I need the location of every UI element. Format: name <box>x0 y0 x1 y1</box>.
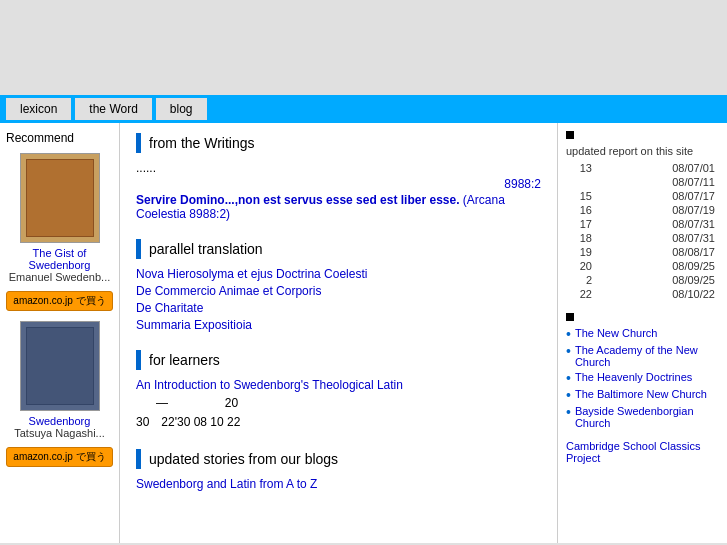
book-author-2: Tatsuya Nagashi... <box>6 427 113 439</box>
sidebar: Recommend The Gist of Swedenborg Emanuel… <box>0 123 120 543</box>
stories-title: updated stories from our blogs <box>149 451 338 467</box>
book-cover-1 <box>20 153 100 243</box>
learners-row2: 30 22'30 08 10 22 <box>136 414 541 431</box>
links-link[interactable]: Bayside Swedenborgian Church <box>575 405 719 429</box>
book-author-1: Emanuel Swedenb... <box>6 271 113 283</box>
update-row: 1608/07/19 <box>566 203 719 217</box>
update-title: updated report on this site <box>566 145 719 157</box>
bullet-link-item: •The Academy of the New Church <box>566 344 719 368</box>
parallel-section: parallel translation Nova Hierosolyma et… <box>136 239 541 332</box>
right-divider <box>566 432 719 440</box>
links-square-1 <box>566 313 574 321</box>
learners-intro-line: An Introduction to Swedenborg's Theologi… <box>136 378 541 392</box>
bullet-dot: • <box>566 405 571 419</box>
writings-latin: Servire Domino...,non est servus esse se… <box>136 193 541 221</box>
nav-tab-blog[interactable]: blog <box>156 98 207 120</box>
update-row: 208/09/25 <box>566 273 719 287</box>
learners-dash-line: — 20 <box>136 396 541 410</box>
update-row: 2208/10/22 <box>566 287 719 301</box>
sidebar-recommend-title: Recommend <box>6 131 113 145</box>
learners-blue-bar <box>136 350 141 370</box>
stories-blue-bar <box>136 449 141 469</box>
bullet-dot: • <box>566 344 571 358</box>
bullet-link-item: •The Baltimore New Church <box>566 388 719 402</box>
update-row: 1508/07/17 <box>566 189 719 203</box>
parallel-link-2[interactable]: De Charitate <box>136 301 541 315</box>
learners-section: for learners An Introduction to Swedenbo… <box>136 350 541 431</box>
writings-ref: 8988:2 <box>136 177 541 191</box>
parallel-link-3[interactable]: Summaria Expositioia <box>136 318 541 332</box>
book-title-link-2[interactable]: Swedenborg <box>6 415 113 427</box>
links-section-2: Cambridge School Classics Project <box>566 440 719 464</box>
stories-section: updated stories from our blogs Swedenbor… <box>136 449 541 491</box>
links-link[interactable]: The New Church <box>575 327 658 339</box>
bullet-dot: • <box>566 327 571 341</box>
bullet-link-item: •The Heavenly Doctrines <box>566 371 719 385</box>
main-content: from the Writings ...... 8988:2 Servire … <box>120 123 557 543</box>
writings-title: from the Writings <box>149 135 255 151</box>
book-cover-2 <box>20 321 100 411</box>
parallel-title: parallel translation <box>149 241 263 257</box>
links-section-1: •The New Church•The Academy of the New C… <box>566 313 719 429</box>
bullet-link-item: •Bayside Swedenborgian Church <box>566 405 719 429</box>
parallel-link-0[interactable]: Nova Hierosolyma et ejus Doctrina Coeles… <box>136 267 541 281</box>
learners-number: 20 <box>225 396 238 410</box>
learners-dash: — <box>156 396 168 410</box>
update-row: 1808/07/31 <box>566 231 719 245</box>
bullet-link-item: •The New Church <box>566 327 719 341</box>
bullet-dot: • <box>566 371 571 385</box>
nav-tab-lexicon[interactable]: lexicon <box>6 98 71 120</box>
writings-latin-bold: Servire Domino...,non est servus esse se… <box>136 193 459 207</box>
update-table: 1308/07/0108/07/111508/07/171608/07/1917… <box>566 161 719 301</box>
writings-dots: ...... <box>136 161 541 175</box>
update-row: 08/07/11 <box>566 175 719 189</box>
update-row: 1308/07/01 <box>566 161 719 175</box>
links-link-2[interactable]: Cambridge School Classics Project <box>566 440 719 464</box>
stories-link-1[interactable]: Swedenborg and Latin from A to Z <box>136 477 317 491</box>
update-row: 2008/09/25 <box>566 259 719 273</box>
learners-intro-link[interactable]: An Introduction to Swedenborg's Theologi… <box>136 378 403 392</box>
bullet-link-item-2: Cambridge School Classics Project <box>566 440 719 464</box>
parallel-link-1[interactable]: De Commercio Animae et Corporis <box>136 284 541 298</box>
update-row: 1908/08/17 <box>566 245 719 259</box>
writings-section: from the Writings ...... 8988:2 Servire … <box>136 133 541 221</box>
amazon-btn-2[interactable]: amazon.co.jp で買う <box>6 447 112 467</box>
parallel-blue-bar <box>136 239 141 259</box>
book-item-1: The Gist of Swedenborg Emanuel Swedenb..… <box>6 153 113 311</box>
writings-blue-bar <box>136 133 141 153</box>
book-item-2: Swedenborg Tatsuya Nagashi... amazon.co.… <box>6 321 113 467</box>
links-link[interactable]: The Baltimore New Church <box>575 388 707 400</box>
bullet-dot: • <box>566 388 571 402</box>
nav-tab-word[interactable]: the Word <box>75 98 151 120</box>
links-link[interactable]: The Academy of the New Church <box>575 344 719 368</box>
book-title-link-1[interactable]: The Gist of Swedenborg <box>6 247 113 271</box>
learners-title: for learners <box>149 352 220 368</box>
update-report-section: updated report on this site 1308/07/0108… <box>566 131 719 301</box>
update-square <box>566 131 574 139</box>
right-panel: updated report on this site 1308/07/0108… <box>557 123 727 543</box>
update-row: 1708/07/31 <box>566 217 719 231</box>
links-link[interactable]: The Heavenly Doctrines <box>575 371 692 383</box>
amazon-btn-1[interactable]: amazon.co.jp で買う <box>6 291 112 311</box>
